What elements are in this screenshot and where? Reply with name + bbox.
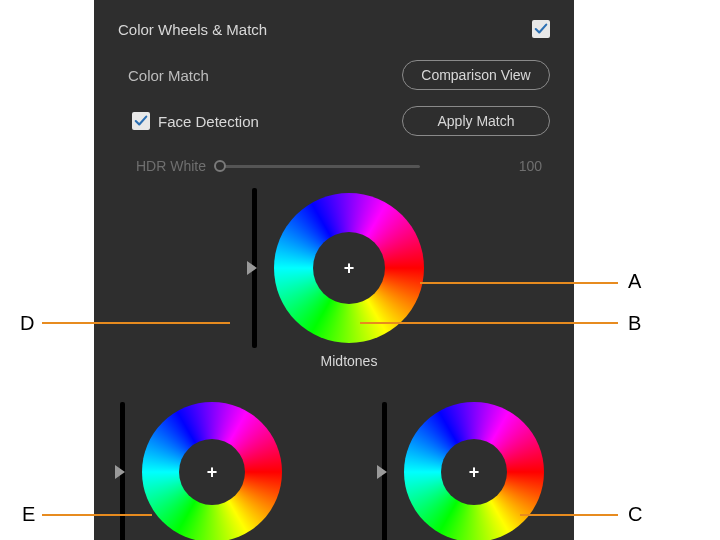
hdr-white-value: 100 (519, 158, 550, 174)
color-match-label: Color Match (118, 67, 209, 84)
shadows-color-wheel[interactable]: + (142, 402, 282, 540)
midtones-label: Midtones (321, 353, 378, 369)
checkmark-icon (534, 22, 548, 36)
face-detection-checkbox[interactable] (132, 112, 150, 130)
hdr-white-label: HDR White (136, 158, 206, 174)
callout-line-b (360, 322, 618, 324)
callout-label-a: A (628, 270, 641, 293)
highlights-color-wheel[interactable]: + (404, 402, 544, 540)
wheel-target-icon: + (344, 258, 355, 279)
shadows-group: + (116, 402, 282, 540)
callout-label-e: E (22, 503, 35, 526)
callout-label-b: B (628, 312, 641, 335)
wheel-target-icon: + (469, 462, 480, 483)
face-apply-row: Face Detection Apply Match (118, 106, 550, 136)
color-wheels-panel: Color Wheels & Match Color Match Compari… (94, 0, 574, 540)
shadows-luma-slider[interactable] (116, 402, 128, 540)
panel-title: Color Wheels & Match (118, 21, 267, 38)
callout-label-d: D (20, 312, 34, 335)
wheel-target-icon: + (207, 462, 218, 483)
midtones-luma-slider[interactable] (248, 188, 260, 348)
apply-match-button[interactable]: Apply Match (402, 106, 550, 136)
face-detection-group: Face Detection (118, 112, 259, 130)
callout-line-a (420, 282, 618, 284)
callout-line-d (42, 322, 230, 324)
color-wheels-area: + Midtones + + (118, 184, 550, 504)
face-detection-label: Face Detection (158, 113, 259, 130)
panel-enable-checkbox[interactable] (532, 20, 550, 38)
hdr-white-slider[interactable] (220, 159, 420, 173)
highlights-group: + (378, 402, 544, 540)
callout-label-c: C (628, 503, 642, 526)
hdr-slider-track (220, 165, 420, 168)
hdr-white-row: HDR White 100 (118, 158, 550, 174)
hdr-slider-knob[interactable] (214, 160, 226, 172)
midtones-color-wheel[interactable]: + Midtones (274, 193, 424, 343)
callout-line-e (42, 514, 152, 516)
checkmark-icon (134, 114, 148, 128)
color-match-row: Color Match Comparison View (118, 60, 550, 90)
midtones-group: + Midtones (248, 188, 424, 348)
comparison-view-button[interactable]: Comparison View (402, 60, 550, 90)
callout-line-c (520, 514, 618, 516)
panel-header: Color Wheels & Match (118, 20, 550, 38)
highlights-luma-slider[interactable] (378, 402, 390, 540)
